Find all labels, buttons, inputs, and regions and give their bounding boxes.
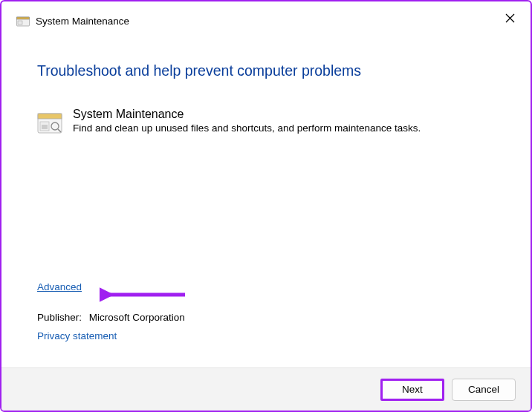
- content-area: Troubleshoot and help prevent computer p…: [1, 27, 531, 134]
- close-button[interactable]: [502, 10, 517, 25]
- svg-rect-6: [38, 114, 62, 119]
- page-heading: Troubleshoot and help prevent computer p…: [37, 62, 495, 79]
- troubleshooter-text: System Maintenance Find and clean up unu…: [73, 108, 421, 134]
- cancel-button[interactable]: Cancel: [452, 379, 516, 401]
- system-maintenance-icon: [37, 109, 62, 134]
- dialog-footer: Next Cancel: [1, 367, 531, 411]
- svg-rect-4: [18, 21, 22, 24]
- advanced-link[interactable]: Advanced: [37, 281, 82, 292]
- publisher-label: Publisher:: [37, 312, 82, 323]
- svg-rect-3: [17, 17, 30, 19]
- troubleshooter-item: System Maintenance Find and clean up unu…: [37, 108, 495, 134]
- privacy-statement-link[interactable]: Privacy statement: [37, 330, 117, 341]
- publisher-value: Microsoft Corporation: [89, 312, 185, 323]
- close-icon: [505, 13, 515, 23]
- next-button[interactable]: Next: [380, 379, 444, 401]
- troubleshooter-description: Find and clean up unused files and short…: [73, 122, 421, 134]
- window-header: System Maintenance: [1, 1, 531, 27]
- system-maintenance-small-icon: [16, 15, 30, 27]
- troubleshooter-name: System Maintenance: [73, 108, 421, 121]
- svg-rect-8: [42, 125, 48, 129]
- publisher-info: Publisher: Microsoft Corporation: [37, 312, 495, 323]
- window-title: System Maintenance: [36, 16, 129, 27]
